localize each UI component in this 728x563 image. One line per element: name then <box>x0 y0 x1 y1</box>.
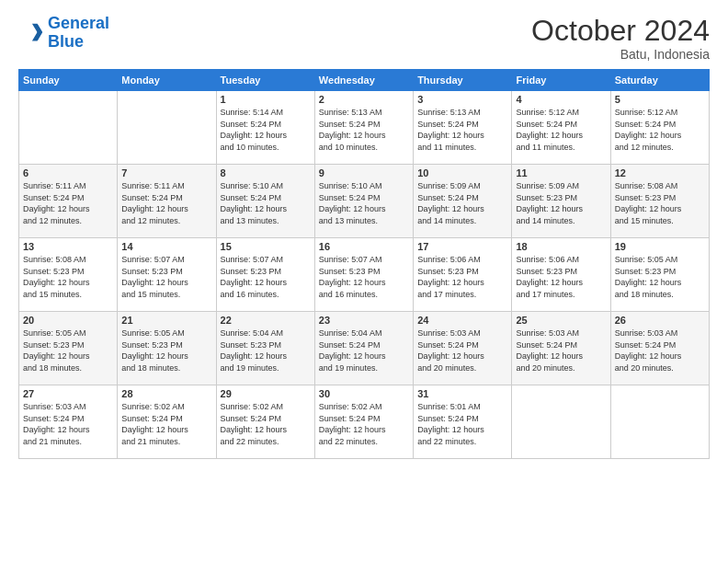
calendar-cell: 24Sunrise: 5:03 AM Sunset: 5:24 PM Dayli… <box>414 312 512 385</box>
day-number: 22 <box>221 315 311 326</box>
calendar-body: 1Sunrise: 5:14 AM Sunset: 5:24 PM Daylig… <box>19 91 710 459</box>
calendar-cell: 12Sunrise: 5:08 AM Sunset: 5:23 PM Dayli… <box>610 165 709 238</box>
day-number: 31 <box>417 388 507 399</box>
day-number: 1 <box>221 94 311 105</box>
day-number: 25 <box>516 315 606 326</box>
day-number: 28 <box>121 388 211 399</box>
day-number: 4 <box>516 94 606 105</box>
logo-text: General Blue <box>48 15 109 52</box>
day-info: Sunrise: 5:08 AM Sunset: 5:23 PM Dayligh… <box>23 254 113 300</box>
svg-marker-1 <box>32 24 42 41</box>
header: General Blue October 2024 Batu, Indonesi… <box>18 15 710 62</box>
week-row-3: 13Sunrise: 5:08 AM Sunset: 5:23 PM Dayli… <box>19 238 710 312</box>
calendar-cell: 21Sunrise: 5:05 AM Sunset: 5:23 PM Dayli… <box>118 312 216 385</box>
day-number: 14 <box>121 241 211 252</box>
day-info: Sunrise: 5:12 AM Sunset: 5:24 PM Dayligh… <box>615 107 705 153</box>
day-number: 7 <box>121 167 211 178</box>
day-number: 17 <box>417 241 507 252</box>
day-info: Sunrise: 5:03 AM Sunset: 5:24 PM Dayligh… <box>516 327 606 373</box>
calendar-cell: 16Sunrise: 5:07 AM Sunset: 5:23 PM Dayli… <box>314 238 413 312</box>
day-info: Sunrise: 5:03 AM Sunset: 5:24 PM Dayligh… <box>23 401 113 447</box>
calendar-cell: 26Sunrise: 5:03 AM Sunset: 5:24 PM Dayli… <box>610 312 709 385</box>
calendar-cell: 17Sunrise: 5:06 AM Sunset: 5:23 PM Dayli… <box>414 238 512 312</box>
calendar-cell: 18Sunrise: 5:06 AM Sunset: 5:23 PM Dayli… <box>512 238 610 312</box>
day-number: 2 <box>319 94 409 105</box>
logo-line2: Blue <box>48 32 84 51</box>
week-row-5: 27Sunrise: 5:03 AM Sunset: 5:24 PM Dayli… <box>19 385 710 459</box>
day-info: Sunrise: 5:10 AM Sunset: 5:24 PM Dayligh… <box>319 180 409 226</box>
day-info: Sunrise: 5:11 AM Sunset: 5:24 PM Dayligh… <box>23 180 113 226</box>
page: General Blue October 2024 Batu, Indonesi… <box>0 0 728 563</box>
calendar-cell: 4Sunrise: 5:12 AM Sunset: 5:24 PM Daylig… <box>512 91 610 165</box>
day-number: 18 <box>516 241 606 252</box>
day-info: Sunrise: 5:06 AM Sunset: 5:23 PM Dayligh… <box>516 254 606 300</box>
day-info: Sunrise: 5:01 AM Sunset: 5:24 PM Dayligh… <box>417 401 507 447</box>
day-info: Sunrise: 5:03 AM Sunset: 5:24 PM Dayligh… <box>615 327 705 373</box>
calendar-cell: 7Sunrise: 5:11 AM Sunset: 5:24 PM Daylig… <box>118 165 216 238</box>
weekday-header-thursday: Thursday <box>414 70 512 91</box>
logo-icon <box>18 20 44 46</box>
calendar-cell: 23Sunrise: 5:04 AM Sunset: 5:24 PM Dayli… <box>314 312 413 385</box>
calendar-cell <box>512 385 610 459</box>
day-info: Sunrise: 5:02 AM Sunset: 5:24 PM Dayligh… <box>221 401 311 447</box>
calendar-cell: 9Sunrise: 5:10 AM Sunset: 5:24 PM Daylig… <box>314 165 413 238</box>
day-number: 10 <box>417 167 507 178</box>
day-info: Sunrise: 5:13 AM Sunset: 5:24 PM Dayligh… <box>417 107 507 153</box>
day-number: 15 <box>221 241 311 252</box>
calendar-cell <box>610 385 709 459</box>
calendar-cell: 25Sunrise: 5:03 AM Sunset: 5:24 PM Dayli… <box>512 312 610 385</box>
day-info: Sunrise: 5:08 AM Sunset: 5:23 PM Dayligh… <box>615 180 705 226</box>
calendar-cell: 30Sunrise: 5:02 AM Sunset: 5:24 PM Dayli… <box>314 385 413 459</box>
week-row-2: 6Sunrise: 5:11 AM Sunset: 5:24 PM Daylig… <box>19 165 710 238</box>
day-info: Sunrise: 5:09 AM Sunset: 5:24 PM Dayligh… <box>417 180 507 226</box>
day-number: 13 <box>23 241 113 252</box>
calendar-cell: 28Sunrise: 5:02 AM Sunset: 5:24 PM Dayli… <box>118 385 216 459</box>
day-info: Sunrise: 5:05 AM Sunset: 5:23 PM Dayligh… <box>121 327 211 373</box>
day-info: Sunrise: 5:12 AM Sunset: 5:24 PM Dayligh… <box>516 107 606 153</box>
day-number: 26 <box>615 315 705 326</box>
day-number: 19 <box>615 241 705 252</box>
calendar-cell: 20Sunrise: 5:05 AM Sunset: 5:23 PM Dayli… <box>19 312 118 385</box>
day-info: Sunrise: 5:14 AM Sunset: 5:24 PM Dayligh… <box>221 107 311 153</box>
day-number: 16 <box>319 241 409 252</box>
title-block: October 2024 Batu, Indonesia <box>531 15 710 62</box>
weekday-header-saturday: Saturday <box>610 70 709 91</box>
day-number: 11 <box>516 167 606 178</box>
day-info: Sunrise: 5:03 AM Sunset: 5:24 PM Dayligh… <box>417 327 507 373</box>
day-number: 23 <box>319 315 409 326</box>
logo-line1: General <box>48 14 109 32</box>
week-row-1: 1Sunrise: 5:14 AM Sunset: 5:24 PM Daylig… <box>19 91 710 165</box>
day-number: 20 <box>23 315 113 326</box>
calendar-cell: 2Sunrise: 5:13 AM Sunset: 5:24 PM Daylig… <box>314 91 413 165</box>
day-number: 5 <box>615 94 705 105</box>
day-number: 21 <box>121 315 211 326</box>
calendar-cell <box>118 91 216 165</box>
day-info: Sunrise: 5:09 AM Sunset: 5:23 PM Dayligh… <box>516 180 606 226</box>
calendar-cell: 10Sunrise: 5:09 AM Sunset: 5:24 PM Dayli… <box>414 165 512 238</box>
day-number: 30 <box>319 388 409 399</box>
calendar-cell: 8Sunrise: 5:10 AM Sunset: 5:24 PM Daylig… <box>216 165 314 238</box>
day-info: Sunrise: 5:02 AM Sunset: 5:24 PM Dayligh… <box>121 401 211 447</box>
day-info: Sunrise: 5:05 AM Sunset: 5:23 PM Dayligh… <box>615 254 705 300</box>
calendar-cell <box>19 91 118 165</box>
day-info: Sunrise: 5:07 AM Sunset: 5:23 PM Dayligh… <box>319 254 409 300</box>
calendar-cell: 11Sunrise: 5:09 AM Sunset: 5:23 PM Dayli… <box>512 165 610 238</box>
calendar-cell: 1Sunrise: 5:14 AM Sunset: 5:24 PM Daylig… <box>216 91 314 165</box>
day-info: Sunrise: 5:05 AM Sunset: 5:23 PM Dayligh… <box>23 327 113 373</box>
day-info: Sunrise: 5:06 AM Sunset: 5:23 PM Dayligh… <box>417 254 507 300</box>
month-title: October 2024 <box>531 15 710 47</box>
weekday-header-sunday: Sunday <box>19 70 118 91</box>
day-number: 3 <box>417 94 507 105</box>
day-info: Sunrise: 5:13 AM Sunset: 5:24 PM Dayligh… <box>319 107 409 153</box>
day-number: 9 <box>319 167 409 178</box>
calendar-cell: 27Sunrise: 5:03 AM Sunset: 5:24 PM Dayli… <box>19 385 118 459</box>
day-info: Sunrise: 5:02 AM Sunset: 5:24 PM Dayligh… <box>319 401 409 447</box>
weekday-header-monday: Monday <box>118 70 216 91</box>
weekday-row: SundayMondayTuesdayWednesdayThursdayFrid… <box>19 70 710 91</box>
day-info: Sunrise: 5:10 AM Sunset: 5:24 PM Dayligh… <box>221 180 311 226</box>
weekday-header-tuesday: Tuesday <box>216 70 314 91</box>
day-info: Sunrise: 5:11 AM Sunset: 5:24 PM Dayligh… <box>121 180 211 226</box>
day-number: 8 <box>221 167 311 178</box>
day-info: Sunrise: 5:04 AM Sunset: 5:24 PM Dayligh… <box>319 327 409 373</box>
calendar-cell: 3Sunrise: 5:13 AM Sunset: 5:24 PM Daylig… <box>414 91 512 165</box>
